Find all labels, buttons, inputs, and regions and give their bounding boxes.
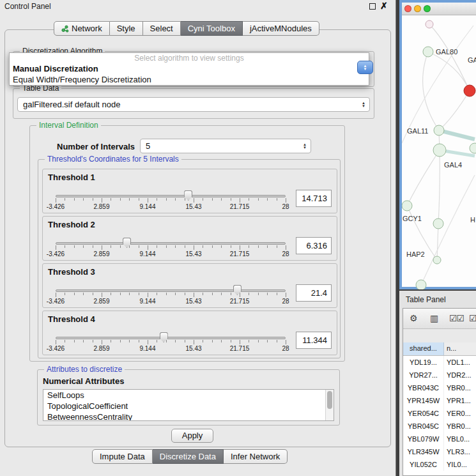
numerical-attributes-list[interactable]: SelfLoopsTopologicalCoefficientBetweenne…	[43, 389, 334, 421]
table-row[interactable]: YPR145WYPR1...	[403, 394, 476, 407]
slider-tick	[277, 198, 277, 201]
slider-tick	[258, 340, 259, 342]
float-window-icon[interactable]	[369, 3, 376, 10]
threshold-slider[interactable]: -3.4262.8599.14415.4321.71528	[56, 284, 286, 307]
mac-minimize-icon[interactable]	[414, 5, 421, 12]
slider-tick	[277, 340, 277, 342]
cell-name: YPR1...	[444, 394, 476, 407]
network-node[interactable]	[433, 256, 441, 264]
slider-tick	[203, 293, 203, 295]
table-window: ⚙▥☑☑☑ shared... n... YDL19...YDL1...YDR2…	[403, 308, 476, 476]
slider-tick	[93, 198, 93, 201]
threshold-label: Threshold 4	[48, 314, 95, 324]
slider-tick	[175, 293, 176, 295]
network-node[interactable]	[470, 143, 476, 153]
network-node[interactable]	[402, 201, 412, 211]
slider-tick	[258, 293, 259, 295]
tab-style[interactable]: Style	[110, 21, 143, 36]
slider-tick	[74, 293, 75, 295]
table-data-combobox[interactable]: galFiltered.sif default node ▲▼	[17, 97, 370, 112]
table-row[interactable]: YDL19...YDL1...	[403, 356, 476, 369]
slider-tick	[111, 198, 111, 201]
network-node[interactable]	[426, 20, 433, 28]
attribute-list-item[interactable]: SelfLoops	[43, 390, 334, 401]
attribute-list-item[interactable]: BetweennessCentrality	[43, 411, 334, 421]
network-node[interactable]	[423, 47, 433, 57]
cell-shared-name: YBL079W	[403, 433, 444, 445]
mac-zoom-icon[interactable]	[424, 5, 431, 12]
algorithm-placeholder: Select algorithm to view settings	[10, 53, 369, 63]
settings-icon[interactable]: ⚙	[410, 313, 417, 323]
tab-network[interactable]: Network	[54, 21, 110, 36]
table-row[interactable]: YBR045CYBR0...	[403, 420, 476, 433]
scrollbar-thumb[interactable]	[327, 391, 332, 409]
column-filter-icon[interactable]: ☑	[469, 313, 476, 323]
column-header-shared-name[interactable]: shared...	[403, 342, 444, 355]
algorithm-combo-stepper[interactable]: ▲ ▼	[357, 61, 373, 74]
slider-tick-label: 2.859	[88, 345, 116, 352]
slider-tick	[267, 340, 268, 342]
table-row[interactable]: YDR27...YDR2...	[403, 369, 476, 381]
slider-tick	[267, 293, 268, 295]
algorithm-option-equal-width[interactable]: Equal Width/Frequency Discretization	[10, 74, 369, 85]
table-row[interactable]: YER054CYER0...	[403, 407, 476, 420]
cell-shared-name: YLR345W	[403, 445, 444, 458]
tab-select[interactable]: Select	[143, 21, 181, 36]
tab-jactivemnodules[interactable]: jActiveMNodules	[243, 21, 319, 36]
slider-track	[56, 195, 286, 197]
slider-tick	[240, 245, 240, 250]
threshold-value-field[interactable]: 6.316	[296, 237, 332, 254]
slider-tick	[83, 293, 84, 295]
slider-tick	[157, 245, 157, 248]
threshold-slider[interactable]: -3.4262.8599.14415.4321.71528	[56, 332, 286, 355]
column-header-name[interactable]: n...	[444, 342, 476, 355]
slider-tick	[286, 293, 286, 297]
algorithm-option-manual[interactable]: Manual Discretization	[10, 63, 369, 74]
slider-thumb[interactable]	[184, 190, 192, 201]
bottom-tab-impute-data[interactable]: Impute Data	[92, 449, 153, 464]
slider-tick	[129, 245, 130, 248]
network-node-label: H	[470, 216, 475, 224]
slider-tick-label: 9.144	[134, 345, 162, 352]
slider-tick-label: 21.715	[226, 203, 254, 210]
threshold-slider[interactable]: -3.4262.8599.14415.4321.71528	[56, 237, 286, 260]
network-node[interactable]	[416, 280, 426, 289]
slider-tick	[286, 198, 286, 203]
cell-name: YIL0...	[444, 458, 476, 471]
slider-tick	[212, 198, 213, 201]
network-node[interactable]	[464, 85, 475, 96]
list-scrollbar[interactable]	[325, 390, 334, 420]
network-view-window: GAL80GAGAL11GAL4GCY1HHAP2	[399, 0, 476, 289]
network-node[interactable]	[433, 219, 443, 229]
apply-button[interactable]: Apply	[171, 429, 213, 443]
threshold-value-field[interactable]: 21.4	[296, 284, 332, 302]
network-node[interactable]	[433, 144, 446, 157]
slider-tick	[194, 293, 194, 297]
slider-tick	[249, 340, 249, 342]
threshold-value-field[interactable]: 11.344	[296, 332, 332, 349]
number-of-intervals-combobox[interactable]: 5 ▲▼	[140, 139, 311, 153]
bottom-tab-infer-network[interactable]: Infer Network	[224, 449, 288, 464]
table-row[interactable]: YBR043CYBR0...	[403, 381, 476, 394]
attribute-list-item[interactable]: TopologicalCoefficient	[43, 401, 334, 411]
tab-cyni-toolbox[interactable]: Cyni Toolbox	[181, 21, 243, 36]
table-row[interactable]: YLR345WYLR3...	[403, 445, 476, 458]
select-all-columns-icon[interactable]: ☑☑	[449, 313, 464, 323]
slider-tick	[120, 340, 121, 342]
tab-label: Style	[117, 24, 135, 33]
threshold-value-field[interactable]: 14.713	[296, 190, 332, 207]
mac-close-icon[interactable]	[404, 5, 411, 12]
slider-tick	[139, 245, 139, 248]
attributes-group: Attributes to discretize Numerical Attri…	[37, 369, 340, 426]
network-node[interactable]	[434, 125, 444, 135]
slider-tick	[212, 293, 213, 295]
network-node-label: HAP2	[406, 250, 425, 258]
close-icon[interactable]: ✗	[380, 1, 388, 11]
table-row[interactable]: YIL052CYIL0...	[403, 458, 476, 471]
threshold-slider[interactable]: -3.4262.8599.14415.4321.71528	[56, 190, 286, 213]
bottom-tab-discretize-data[interactable]: Discretize Data	[153, 449, 224, 464]
table-row[interactable]: YBL079WYBL0...	[403, 433, 476, 445]
network-icon	[61, 25, 69, 33]
column-chooser-icon[interactable]: ▥	[430, 313, 438, 323]
network-graph-canvas[interactable]: GAL80GAGAL11GAL4GCY1HHAP2	[402, 15, 476, 289]
